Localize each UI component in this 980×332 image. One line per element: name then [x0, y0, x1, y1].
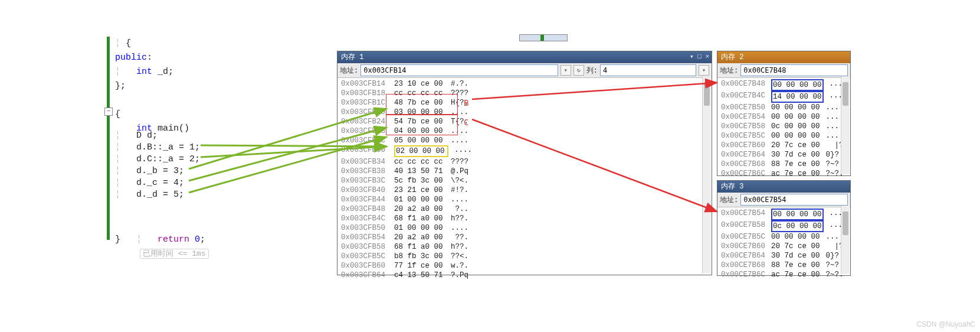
memory-row[interactable]: 0x003CFB3C5c fb 3c 00\?<. [341, 176, 708, 185]
label-b: B [464, 98, 468, 108]
memory-row[interactable]: 0x003CFB5868 f1 a0 00h??. [341, 242, 708, 252]
memory-row[interactable]: 0x003CFB3840 13 50 71@.Pq [341, 167, 708, 176]
fold-icon[interactable]: − [104, 108, 113, 116]
memory-row[interactable]: 0x00CE7B580c 00 00 00.... [721, 122, 847, 131]
memory-row[interactable]: 0x003CFB3002 00 00 00.... [341, 145, 708, 157]
memory-row[interactable]: 0x00CE7B6Cac 7e ce 00?~?. [721, 169, 847, 178]
memory-row[interactable]: 0x00CE7B4C14 00 00 00.... [721, 91, 847, 103]
kw-public: public [115, 53, 147, 63]
memory-row[interactable]: 0x003CFB5Cb8 fb 3c 00??<. [341, 252, 708, 261]
address-input-1[interactable] [360, 64, 558, 76]
memory-pane-2[interactable]: 内存 2 地址: 0x00CE7B4800 00 00 00....0x00CE… [717, 51, 851, 176]
memory-pane-1-title[interactable]: 内存 1 ▾ □ × [337, 51, 712, 63]
scrollbar[interactable] [841, 76, 850, 174]
refresh-icon[interactable]: ↻ [573, 65, 584, 76]
memory-pane-2-title[interactable]: 内存 2 [717, 51, 850, 63]
dropdown-icon[interactable]: ▾ [699, 65, 709, 76]
memory-row[interactable]: 0x003CFB5001 00 00 00.... [341, 223, 708, 233]
memory-row[interactable]: 0x00CE7B4800 00 00 00.... [721, 79, 847, 91]
watermark: CSDN @NuyoahC [916, 320, 975, 328]
memory-row[interactable]: 0x003CFB1C48 7b ce 00H{?. [341, 98, 708, 108]
memory-row[interactable]: 0x003CFB2454 7b ce 00T{?. [341, 117, 708, 126]
memory-row[interactable]: 0x00CE7B6888 7e ce 00?~?. [721, 261, 847, 270]
memory-row[interactable]: 0x003CFB6077 1f ce 00w.?. [341, 261, 708, 271]
memory-row[interactable]: 0x003CFB4820 a2 a0 00 ?.. [341, 204, 708, 214]
address-input-3[interactable] [740, 194, 848, 206]
memory-row[interactable]: 0x00CE7B5000 00 00 00.... [721, 103, 847, 112]
memory-row[interactable]: 0x00CE7B580c 00 00 00.... [721, 220, 847, 232]
memory-rows-2[interactable]: 0x00CE7B4800 00 00 00....0x00CE7B4C14 00… [717, 78, 850, 180]
memory-row[interactable]: 0x00CE7B5400 00 00 00.... [721, 112, 847, 122]
dropdown-icon[interactable]: ▾ [561, 65, 571, 76]
memory-row[interactable]: 0x003CFB64c4 13 50 71?.Pq [341, 271, 708, 280]
memory-row[interactable]: 0x00CE7B5C00 00 00 00.... [721, 232, 847, 242]
memory-row[interactable]: 0x003CFB4023 21 ce 00#!?. [341, 185, 708, 195]
address-label: 地址: [340, 66, 358, 76]
gutter-change-bar [107, 37, 110, 240]
code-text: { [126, 38, 131, 48]
memory-row[interactable]: 0x00CE7B5400 00 00 00.... [721, 209, 847, 220]
memory-row[interactable]: 0x003CFB5420 a2 a0 00 ??. [341, 233, 708, 242]
memory-rows-3[interactable]: 0x00CE7B5400 00 00 00....0x00CE7B580c 00… [717, 207, 850, 281]
memory-row[interactable]: 0x003CFB2C05 00 00 00.... [341, 136, 708, 145]
memory-row[interactable]: 0x00CE7B5C00 00 00 00.... [721, 131, 847, 141]
columns-label: 列: [586, 66, 598, 76]
memory-row[interactable]: 0x00CE7B6430 7d ce 000}?. [721, 150, 847, 160]
elapsed-time-badge: 已用时间 <= 1ms [140, 249, 209, 259]
memory-row[interactable]: 0x00CE7B6430 7d ce 000}?. [721, 251, 847, 261]
window-controls[interactable]: ▾ □ × [690, 53, 709, 60]
label-c: C [464, 118, 468, 127]
memory-row[interactable]: 0x003CFB1423 10 ce 00#.?. [341, 79, 708, 89]
memory-row[interactable]: 0x00CE7B6020 7c ce 00 |?. [721, 141, 847, 150]
return-line: ¦ return 0; 已用时间 <= 1ms [115, 219, 209, 275]
memory-pane-3-title[interactable]: 内存 3 [717, 181, 850, 193]
scrollbar[interactable] [702, 76, 711, 274]
memory-row[interactable]: 0x003CFB2804 00 00 00.... [341, 126, 708, 136]
memory-row[interactable]: 0x003CFB18cc cc cc cc???? [341, 89, 708, 98]
memory-row[interactable]: 0x00CE7B6Cac 7e ce 00?~?. [721, 270, 847, 279]
columns-input[interactable] [600, 64, 696, 76]
memory-row[interactable]: 0x003CFB34cc cc cc cc???? [341, 157, 708, 167]
memory-row[interactable]: 0x00CE7B6020 7c ce 00 |?. [721, 242, 847, 251]
memory-pane-3[interactable]: 内存 3 地址: 0x00CE7B5400 00 00 00....0x00CE… [717, 180, 851, 276]
memory-row[interactable]: 0x003CFB4C68 f1 a0 00h??. [341, 214, 708, 223]
memory-pane-1[interactable]: 内存 1 ▾ □ × 地址: ▾ ↻ 列: ▾ 0x003CFB1423 10 … [337, 51, 712, 275]
memory-row[interactable]: 0x003CFB4401 00 00 00.... [341, 195, 708, 204]
scrollbar[interactable] [841, 206, 850, 274]
memory-row[interactable]: 0x003CFB2003 00 00 00.... [341, 108, 708, 117]
memory-row[interactable]: 0x00CE7B6888 7e ce 00?~?. [721, 160, 847, 169]
address-input-2[interactable] [740, 64, 848, 76]
memory-rows-1[interactable]: 0x003CFB1423 10 ce 00#.?.0x003CFB18cc cc… [337, 78, 712, 281]
